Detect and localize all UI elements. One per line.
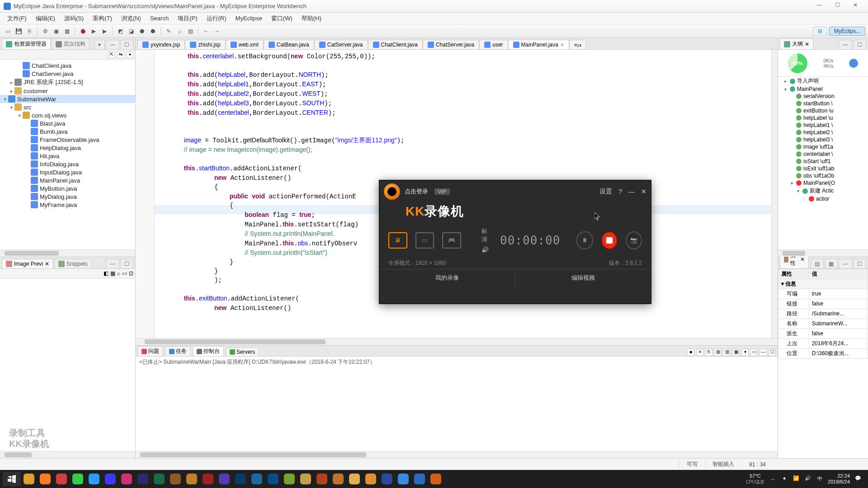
tree-node[interactable]: MyFrame.java (0, 201, 135, 209)
tree-node[interactable]: MainPanel.java (0, 176, 135, 184)
editor-tab[interactable]: yxyindex.jsp (137, 40, 185, 49)
tab-tasks[interactable]: 任务 (165, 346, 191, 356)
open-perspective-button[interactable]: ⊞ (813, 27, 827, 36)
run-ext-icon[interactable]: ▶ (99, 26, 109, 36)
tab-image-preview[interactable]: Image Previ✕ (2, 259, 53, 268)
tree-node[interactable]: FrameObservable.java (0, 136, 135, 144)
outline-node[interactable]: helpLabel1 \ (778, 122, 868, 129)
tree-node[interactable]: MyDialog.java (0, 192, 135, 201)
taskbar-app-icon[interactable] (184, 472, 200, 486)
outline-node[interactable]: ▸导入声明 (778, 77, 868, 85)
editor-tab[interactable]: ChatClient.java (368, 40, 423, 49)
tree-node[interactable]: ▸customer (0, 87, 135, 95)
outline-node[interactable]: obs \uff1aOb (778, 172, 868, 179)
console-scrollbar[interactable] (136, 451, 778, 458)
taskbar-app-icon[interactable] (363, 472, 379, 486)
console-tool-icon[interactable]: ▥ (723, 349, 731, 356)
menu-item[interactable]: 帮助(H) (297, 13, 326, 24)
props-tool-icon[interactable]: ▤ (811, 259, 824, 268)
tree-node[interactable]: Hit.java (0, 152, 135, 160)
close-button[interactable]: ✕ (846, 2, 864, 11)
ime-icon[interactable]: 中 (816, 475, 823, 483)
minimize-view-icon[interactable]: — (106, 40, 119, 49)
kk-mode-game-icon[interactable]: 🎮 (442, 232, 461, 249)
taskbar-app-icon[interactable] (249, 472, 265, 486)
outline-tree[interactable]: ▸导入声明▾MainPanelserialVersionstartButton … (778, 77, 868, 249)
volume-icon[interactable]: 🔊 (804, 475, 811, 483)
tree-node[interactable]: InputDialog.java (0, 168, 135, 176)
property-row[interactable]: 链接false (778, 299, 868, 309)
editor-tab[interactable]: CatBean.java (264, 40, 314, 49)
menu-item[interactable]: 项目(P) (173, 13, 202, 24)
maximize-view-icon[interactable]: ☐ (120, 259, 133, 268)
tool-icon[interactable]: ⬣ (137, 26, 147, 36)
outline-scrollbar[interactable] (778, 249, 868, 257)
property-row[interactable]: 位置D:\360极速浏... (778, 348, 868, 358)
tray-temp[interactable]: 57°C CPU温度 (746, 473, 764, 484)
link-editor-icon[interactable]: ⇆ (117, 51, 124, 58)
tree-node[interactable]: HelpDialog.java (0, 144, 135, 152)
properties-table[interactable]: 属性值 ▾ 信息 可编true链接false路径/Submarine...名称S… (778, 269, 868, 359)
taskbar-app-icon[interactable] (346, 472, 363, 486)
tool-icon[interactable]: ▤ (185, 26, 195, 36)
outline-node[interactable]: ▾新建 Actic (778, 187, 868, 195)
maximize-view-icon[interactable]: ☐ (769, 349, 776, 356)
editor-scrollbar[interactable] (136, 338, 778, 345)
minimize-view-icon[interactable]: — (839, 40, 852, 49)
tab-package-explorer[interactable]: 包资源管理器 (2, 38, 51, 49)
close-icon[interactable]: ✕ (805, 41, 809, 47)
menu-item[interactable]: 源码(S) (60, 13, 88, 24)
tree-node[interactable]: ChatServer.java (0, 70, 135, 78)
taskbar-app-icon[interactable] (265, 472, 281, 486)
outline-node[interactable]: startButton \ (778, 100, 868, 107)
outline-node[interactable]: serialVersion (778, 93, 868, 100)
outline-node[interactable]: actior (778, 195, 868, 202)
start-button[interactable] (3, 472, 21, 486)
tool-icon[interactable]: ⌕ (175, 26, 184, 36)
chevron-up-icon[interactable]: ︿ (769, 475, 776, 483)
kk-edit-video-button[interactable]: 编辑视频 (515, 269, 651, 286)
tool-icon[interactable]: ▭ (122, 270, 127, 277)
tool-icon[interactable]: ⊡ (129, 270, 133, 277)
tab-hierarchy[interactable]: 层次结构 (52, 38, 90, 49)
minimize-view-icon[interactable]: — (839, 259, 852, 268)
collapse-all-icon[interactable]: ⇱ (108, 51, 115, 58)
minimize-view-icon[interactable]: — (106, 259, 119, 268)
menu-item[interactable]: 重构(T) (88, 13, 117, 24)
tab-console[interactable]: 控制台 (193, 346, 224, 356)
tree-node[interactable]: ▾SubmarineWar (0, 95, 135, 103)
minimize-button[interactable]: — (810, 2, 828, 11)
console-tool-icon[interactable]: ■ (687, 349, 694, 356)
tree-node[interactable]: ▾com.stj.views (0, 111, 135, 119)
tab-problems[interactable]: 问题 (137, 346, 163, 356)
tab-outline[interactable]: 大纲✕ (780, 38, 813, 49)
tray-clock[interactable]: 22:24 2018/6/24 (828, 473, 850, 485)
menu-item[interactable]: 窗口(W) (267, 13, 297, 24)
outline-node[interactable]: isStart \uff1 (778, 158, 868, 165)
tool-icon[interactable]: ◪ (126, 26, 136, 36)
tree-node[interactable]: Bumb.java (0, 127, 135, 136)
props-group[interactable]: ▾ 信息 (778, 279, 868, 289)
kk-recorder-window[interactable]: 点击登录 VIP 设置 ? — ✕ KK录像机 🖥 ▭ 🎮 标清 🔊 00:00… (379, 180, 651, 304)
save-all-icon[interactable]: ⎘ (24, 26, 34, 36)
tool-icon[interactable]: ⬢ (148, 26, 158, 36)
kk-close-icon[interactable]: ✕ (641, 188, 646, 195)
menu-item[interactable]: 运行(R) (202, 13, 231, 24)
new-icon[interactable]: ▭ (3, 26, 13, 36)
console-tool-icon[interactable]: ⎘ (705, 349, 712, 356)
kk-audio-icon[interactable]: 🔊 (481, 246, 492, 253)
tree-node[interactable]: Blast.java (0, 119, 135, 127)
menu-item[interactable]: 浏览(N) (117, 13, 146, 24)
taskbar-app-icon[interactable] (379, 472, 395, 486)
maximize-button[interactable]: ☐ (828, 2, 846, 11)
kk-my-recordings-button[interactable]: 我的录像 (379, 269, 515, 286)
save-icon[interactable]: 💾 (14, 26, 24, 36)
minimize-view-icon[interactable]: — (760, 349, 767, 356)
run-icon[interactable]: ▶ (89, 26, 99, 36)
taskbar-app-icon[interactable] (167, 472, 184, 486)
console-tool-icon[interactable]: ▾ (741, 349, 749, 356)
outline-node[interactable]: helpLabel2 \ (778, 129, 868, 136)
perspective-myeclipse[interactable]: MyEclips... (829, 27, 865, 36)
taskbar-app-icon[interactable] (297, 472, 314, 486)
close-icon[interactable]: ✕ (800, 256, 805, 263)
